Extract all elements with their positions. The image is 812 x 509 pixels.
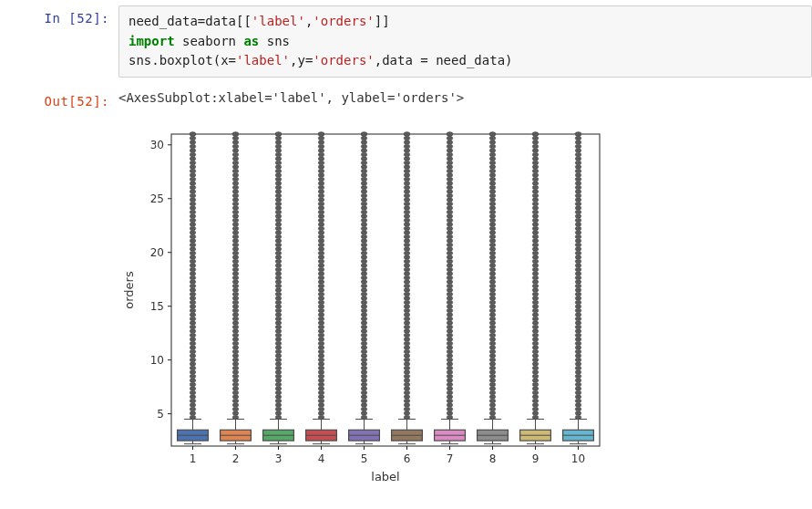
svg-point-83 [190,165,196,170]
svg-point-571 [489,346,496,350]
svg-point-236 [275,161,282,165]
svg-point-311 [318,165,324,170]
svg-point-300 [318,210,324,214]
svg-point-257 [318,387,324,391]
svg-point-538 [447,169,453,173]
svg-point-125 [232,305,239,309]
svg-point-299 [318,214,324,219]
svg-point-740 [575,275,581,280]
svg-point-141 [232,239,239,244]
x-tick-label: 1 [190,452,197,465]
svg-point-369 [361,239,367,244]
code-block[interactable]: need_data=data[['label','orders']] impor… [118,5,812,78]
svg-point-160 [232,161,239,165]
svg-point-483 [447,395,453,400]
y-tick-label: 15 [150,300,164,313]
svg-point-438 [404,267,410,272]
svg-point-59 [190,264,196,268]
svg-point-570 [489,349,496,354]
svg-point-38 [190,349,196,354]
svg-point-219 [275,231,282,235]
svg-point-119 [232,329,239,334]
svg-point-566 [489,366,496,370]
svg-point-68 [190,226,196,231]
svg-point-575 [489,329,496,334]
svg-point-344 [361,341,367,346]
svg-point-45 [190,321,196,326]
svg-point-420 [404,341,410,346]
svg-point-713 [575,387,581,391]
svg-point-675 [532,231,539,235]
svg-point-279 [318,296,324,301]
svg-point-487 [447,379,453,383]
svg-point-107 [232,379,239,383]
svg-point-767 [575,165,581,170]
svg-point-69 [190,223,196,227]
svg-point-661 [532,288,539,293]
svg-point-284 [318,275,324,280]
svg-point-731 [575,313,581,317]
x-tick-label: 7 [447,452,454,465]
svg-point-175 [275,411,282,416]
svg-point-35 [190,362,196,367]
svg-point-310 [318,169,324,173]
svg-point-312 [318,161,324,165]
svg-point-574 [489,333,496,338]
svg-point-357 [361,288,367,293]
svg-point-293 [318,239,324,244]
svg-point-695 [532,149,539,153]
svg-point-256 [318,390,324,395]
svg-point-750 [575,234,581,239]
svg-point-565 [489,370,496,375]
svg-point-27 [190,395,196,400]
svg-point-406 [404,399,410,403]
svg-point-508 [447,292,453,296]
svg-point-700 [532,132,539,137]
svg-point-764 [575,177,581,182]
svg-point-709 [575,403,581,408]
svg-point-494 [447,349,453,354]
svg-point-498 [447,333,453,338]
svg-point-452 [404,210,410,214]
svg-point-711 [575,395,581,400]
svg-point-135 [232,264,239,268]
svg-point-685 [532,190,539,194]
svg-point-186 [275,366,282,370]
svg-point-294 [318,234,324,239]
svg-point-756 [575,210,581,214]
svg-point-42 [190,333,196,338]
svg-point-318 [318,136,324,140]
svg-point-496 [447,341,453,346]
svg-point-718 [575,366,581,370]
svg-point-479 [447,411,453,416]
svg-point-772 [575,144,581,149]
svg-point-65 [190,239,196,244]
svg-point-233 [275,173,282,178]
svg-point-771 [575,149,581,153]
svg-point-367 [361,247,367,252]
svg-point-241 [275,140,282,145]
svg-point-461 [404,173,410,178]
svg-point-187 [275,362,282,367]
svg-point-139 [232,247,239,252]
svg-point-583 [489,296,496,301]
svg-point-572 [489,341,496,346]
svg-point-88 [190,144,196,149]
svg-point-490 [447,366,453,370]
svg-point-421 [404,338,410,342]
svg-point-446 [404,234,410,239]
svg-point-196 [275,325,282,329]
svg-point-64 [190,243,196,247]
svg-point-686 [532,185,539,190]
svg-point-355 [361,296,367,301]
svg-point-491 [447,362,453,367]
svg-point-328 [361,407,367,411]
svg-point-376 [361,210,367,214]
y-tick-label: 5 [157,408,164,421]
svg-point-239 [275,149,282,153]
svg-point-181 [275,387,282,391]
svg-point-480 [447,407,453,411]
svg-point-75 [190,198,196,203]
svg-point-373 [361,223,367,227]
svg-point-130 [232,284,239,288]
